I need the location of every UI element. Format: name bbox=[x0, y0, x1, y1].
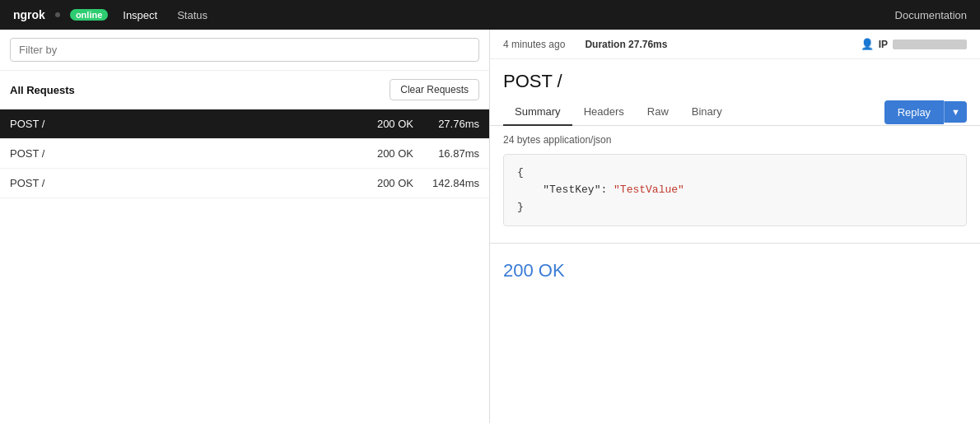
request-list: POST / 200 OK 27.76ms POST / 200 OK 16.8… bbox=[0, 109, 489, 423]
request-duration: 16.87ms bbox=[413, 147, 479, 160]
documentation-link[interactable]: Documentation bbox=[895, 9, 967, 21]
online-badge: online bbox=[70, 9, 108, 21]
filter-bar bbox=[0, 30, 489, 71]
ip-label: IP bbox=[879, 39, 888, 50]
request-timestamp: 4 minutes ago bbox=[503, 39, 565, 50]
request-status: 200 OK bbox=[348, 147, 413, 160]
clear-requests-button[interactable]: Clear Requests bbox=[390, 79, 479, 100]
response-title: 200 OK bbox=[490, 252, 980, 290]
request-title: POST / bbox=[490, 59, 980, 99]
main-layout: All Requests Clear Requests POST / 200 O… bbox=[0, 30, 980, 423]
code-block: { "TestKey": "TestValue" } bbox=[503, 154, 967, 226]
replay-dropdown-button[interactable]: ▼ bbox=[944, 101, 967, 123]
filter-input[interactable] bbox=[10, 38, 479, 62]
status-dot bbox=[55, 12, 60, 17]
request-duration: 142.84ms bbox=[413, 177, 479, 189]
meta-bar: 4 minutes ago Duration 27.76ms 👤 IP bbox=[490, 30, 980, 59]
replay-button[interactable]: Replay bbox=[884, 100, 944, 124]
request-method: POST / bbox=[10, 147, 348, 160]
all-requests-title: All Requests bbox=[10, 84, 75, 96]
code-line-1: { bbox=[517, 165, 953, 182]
tabs-bar: Summary Headers Raw Binary Replay ▼ bbox=[490, 99, 980, 126]
tab-raw[interactable]: Raw bbox=[636, 99, 680, 126]
section-divider bbox=[490, 243, 980, 244]
request-duration: 27.76ms bbox=[413, 118, 479, 130]
content-type-label: 24 bytes application/json bbox=[490, 126, 980, 154]
tab-binary[interactable]: Binary bbox=[680, 99, 734, 126]
requests-header: All Requests Clear Requests bbox=[0, 71, 489, 109]
nav-status[interactable]: Status bbox=[172, 9, 212, 21]
tab-summary[interactable]: Summary bbox=[503, 99, 572, 126]
tab-headers[interactable]: Headers bbox=[572, 99, 636, 126]
user-icon: 👤 bbox=[861, 38, 874, 50]
request-method: POST / bbox=[10, 177, 348, 189]
code-line-2: "TestKey": "TestValue" bbox=[517, 182, 953, 199]
replay-button-group: Replay ▼ bbox=[884, 100, 967, 124]
table-row[interactable]: POST / 200 OK 16.87ms bbox=[0, 139, 489, 169]
request-method: POST / bbox=[10, 118, 348, 130]
left-panel: All Requests Clear Requests POST / 200 O… bbox=[0, 30, 490, 423]
brand-name: ngrok bbox=[13, 8, 45, 21]
navbar: ngrok online Inspect Status Documentatio… bbox=[0, 0, 980, 30]
ip-section: 👤 IP bbox=[861, 38, 967, 50]
table-row[interactable]: POST / 200 OK 142.84ms bbox=[0, 169, 489, 198]
table-row[interactable]: POST / 200 OK 27.76ms bbox=[0, 109, 489, 139]
code-line-3: } bbox=[517, 199, 953, 216]
nav-inspect[interactable]: Inspect bbox=[118, 9, 162, 21]
request-status: 200 OK bbox=[348, 118, 413, 130]
ip-address bbox=[893, 40, 967, 49]
request-duration-label: Duration 27.76ms bbox=[585, 39, 667, 50]
right-panel: 4 minutes ago Duration 27.76ms 👤 IP POST… bbox=[490, 30, 980, 423]
request-status: 200 OK bbox=[348, 177, 413, 189]
